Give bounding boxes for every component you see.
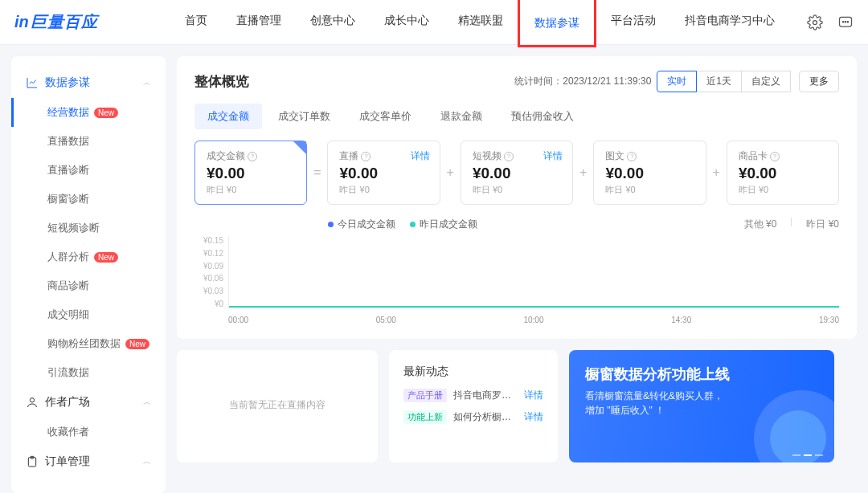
chevron-up-icon: ︿ [143, 456, 151, 467]
message-icon[interactable] [837, 14, 854, 31]
tab-gmv[interactable]: 成交金额 [194, 104, 262, 129]
header-actions [807, 14, 854, 31]
plus-icon: + [711, 165, 722, 180]
logo[interactable]: in 巨量百应 [14, 11, 98, 33]
chevron-up-icon: ︿ [143, 397, 151, 408]
nav-live-manage[interactable]: 直播管理 [222, 0, 296, 47]
news-title: 最新动态 [403, 365, 543, 379]
time-btn-custom[interactable]: 自定义 [741, 71, 791, 92]
plus-icon: + [578, 165, 588, 180]
news-item: 功能上新 如何分析橱窗数据，… 详情 [403, 410, 543, 424]
legend-today: 今日成交金额 [328, 218, 395, 231]
carousel-dots[interactable] [792, 454, 823, 456]
help-icon[interactable]: ? [504, 152, 514, 161]
svg-point-4 [847, 21, 848, 22]
header: in 巨量百应 首页 直播管理 创意中心 成长中心 精选联盟 数据参谋 平台活动… [0, 0, 868, 45]
clipboard-icon [26, 455, 39, 468]
tab-orders[interactable]: 成交订单数 [265, 104, 343, 129]
empty-live-text: 当前暂无正在直播内容 [191, 365, 363, 445]
overview-panel: 整体概览 统计时间：2023/12/21 11:39:30 实时 近1天 自定义… [177, 56, 857, 339]
page-title: 整体概览 [194, 72, 249, 91]
legend-yest: 昨日 ¥0 [806, 218, 839, 231]
card-video[interactable]: 详情 短视频? ¥0.00 昨日 ¥0 [461, 141, 573, 205]
metric-tabs: 成交金额 成交订单数 成交客单价 退款金额 预估佣金收入 [194, 104, 839, 129]
news-tag-manual: 产品手册 [403, 389, 447, 402]
card-live[interactable]: 详情 直播? ¥0.00 昨日 ¥0 [327, 141, 440, 205]
sidebar-item-window-diag[interactable]: 橱窗诊断 [11, 185, 166, 214]
news-card: 最新动态 产品手册 抖音电商罗盘最全最… 详情 功能上新 如何分析橱窗数据，… … [389, 350, 558, 462]
y-axis: ¥0.15 ¥0.12 ¥0.09 ¥0.06 ¥0.03 ¥0 [194, 236, 228, 308]
line-chart: ¥0.15 ¥0.12 ¥0.09 ¥0.06 ¥0.03 ¥0 00:00 0… [194, 236, 839, 324]
card-image-text[interactable]: 图文? ¥0.00 昨日 ¥0 [593, 141, 706, 205]
promo-title: 橱窗数据分析功能上线 [585, 365, 818, 384]
sidebar-item-fav-author[interactable]: 收藏作者 [11, 418, 166, 446]
legend-other: 其他 ¥0 [744, 218, 777, 231]
sidebar-group-author-plaza[interactable]: 作者广场 ︿ [11, 387, 166, 418]
x-axis: 00:00 05:00 10:00 14:30 19:30 [228, 312, 839, 324]
time-btn-realtime[interactable]: 实时 [657, 71, 697, 92]
help-icon[interactable]: ? [361, 152, 371, 161]
sidebar-group-order-manage[interactable]: 订单管理 ︿ [11, 446, 166, 477]
help-icon[interactable]: ? [248, 152, 257, 161]
gear-icon[interactable] [807, 14, 823, 31]
sidebar: 数据参谋 ︿ 经营数据New 直播数据 直播诊断 橱窗诊断 短视频诊断 人群分析… [11, 56, 166, 493]
sidebar-item-traffic-data[interactable]: 引流数据 [11, 358, 166, 387]
chart-legend: 今日成交金额 昨日成交金额 其他 ¥0 昨日 ¥0 [194, 218, 839, 231]
sidebar-item-crowd-analysis[interactable]: 人群分析New [11, 242, 166, 271]
tab-aov[interactable]: 成交客单价 [346, 104, 424, 129]
svg-point-2 [842, 21, 843, 22]
equals-icon: = [312, 165, 322, 180]
metric-cards: 成交金额? ¥0.00 昨日 ¥0 = 详情 直播? ¥0.00 昨日 ¥0 +… [194, 141, 839, 205]
legend-yesterday: 昨日成交金额 [410, 218, 477, 231]
time-btn-1day[interactable]: 近1天 [696, 71, 742, 92]
sidebar-item-fans-data[interactable]: 购物粉丝团数据New [11, 329, 166, 358]
detail-link-live[interactable]: 详情 [411, 149, 430, 163]
main-content: 整体概览 统计时间：2023/12/21 11:39:30 实时 近1天 自定义… [166, 45, 868, 493]
nav-growth[interactable]: 成长中心 [370, 0, 444, 47]
plus-icon: + [445, 165, 456, 180]
card-product-card[interactable]: 商品卡? ¥0.00 昨日 ¥0 [727, 141, 839, 205]
nav-data-advisor[interactable]: 数据参谋 [518, 0, 596, 47]
time-range-group: 实时 近1天 自定义 [657, 71, 791, 92]
news-detail-link[interactable]: 详情 [524, 389, 543, 402]
nav-alliance[interactable]: 精选联盟 [444, 0, 518, 47]
logo-prefix: in [14, 13, 29, 31]
news-tag-feature: 功能上新 [403, 410, 447, 424]
nav-learning[interactable]: 抖音电商学习中心 [670, 0, 789, 47]
nav-home[interactable]: 首页 [170, 0, 222, 47]
news-item: 产品手册 抖音电商罗盘最全最… 详情 [403, 389, 543, 402]
sidebar-item-video-diag[interactable]: 短视频诊断 [11, 214, 166, 242]
logo-text: 巨量百应 [31, 11, 98, 33]
help-icon[interactable]: ? [627, 152, 637, 161]
svg-point-0 [813, 20, 817, 24]
nav-creative[interactable]: 创意中心 [296, 0, 370, 47]
tab-refund[interactable]: 退款金额 [428, 104, 495, 129]
more-button[interactable]: 更多 [799, 71, 839, 92]
top-nav: 首页 直播管理 创意中心 成长中心 精选联盟 数据参谋 平台活动 抖音电商学习中… [170, 0, 789, 47]
plot-area [228, 236, 839, 308]
svg-point-3 [845, 21, 845, 22]
tab-commission[interactable]: 预估佣金收入 [498, 104, 587, 129]
stat-time: 统计时间：2023/12/21 11:39:30 [514, 75, 651, 88]
bottom-row: 当前暂无正在直播内容 最新动态 产品手册 抖音电商罗盘最全最… 详情 功能上新 … [177, 350, 857, 462]
live-now-card: 当前暂无正在直播内容 [177, 350, 378, 462]
help-icon[interactable]: ? [770, 152, 780, 161]
detail-link-video[interactable]: 详情 [543, 149, 563, 163]
nav-activities[interactable]: 平台活动 [596, 0, 670, 47]
chart-icon [26, 76, 39, 89]
sidebar-item-live-data[interactable]: 直播数据 [11, 127, 166, 156]
sidebar-item-product-diag[interactable]: 商品诊断 [11, 271, 166, 300]
user-icon [26, 396, 39, 409]
news-detail-link[interactable]: 详情 [524, 410, 543, 424]
promo-banner[interactable]: 橱窗数据分析功能上线 看清橱窗流量&转化&购买人群，增加 "睡后收入" ！ [569, 350, 834, 462]
card-total-gmv[interactable]: 成交金额? ¥0.00 昨日 ¥0 [194, 141, 307, 205]
sidebar-item-deal-detail[interactable]: 成交明细 [11, 300, 166, 329]
sidebar-group-data-advisor[interactable]: 数据参谋 ︿ [11, 67, 166, 98]
chevron-up-icon: ︿ [143, 77, 151, 88]
sidebar-item-business-data[interactable]: 经营数据New [11, 98, 166, 127]
series-line [229, 306, 839, 308]
sidebar-item-live-diag[interactable]: 直播诊断 [11, 156, 166, 185]
svg-point-5 [30, 398, 34, 402]
